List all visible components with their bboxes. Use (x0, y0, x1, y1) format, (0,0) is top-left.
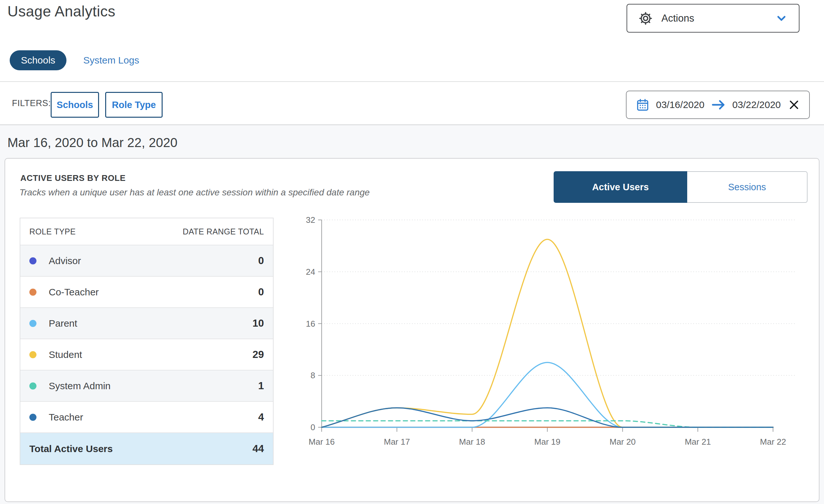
parent-dot (29, 320, 36, 327)
advisor-dot (29, 257, 36, 264)
teacher-dot (29, 414, 36, 421)
gear-icon (638, 11, 653, 26)
toggle-sessions[interactable]: Sessions (687, 171, 808, 203)
filter-schools-button[interactable]: Schools (50, 92, 99, 118)
tab-system-logs[interactable]: System Logs (83, 50, 139, 70)
table-row-advisor: Advisor 0 (20, 245, 273, 276)
row-label: Parent (49, 318, 77, 329)
student-dot (29, 351, 36, 358)
row-label: Teacher (49, 412, 83, 423)
table-row-co-teacher: Co-Teacher 0 (20, 276, 273, 307)
row-value: 1 (258, 380, 264, 392)
active-users-chart: 08162432Mar 16Mar 17Mar 18Mar 19Mar 20Ma… (303, 213, 802, 448)
table-row-teacher: Teacher 4 (20, 401, 273, 432)
table-row-student: Student 29 (20, 339, 273, 370)
table-row-total: Total Active Users 44 (20, 432, 273, 464)
card-subtitle: Tracks when a unique user has at least o… (19, 187, 370, 198)
clear-date-range-icon[interactable] (788, 99, 800, 111)
row-label: System Admin (49, 380, 111, 391)
y-tick-label-32: 32 (306, 215, 315, 225)
calendar-icon (636, 98, 650, 112)
date-range-heading: Mar 16, 2020 to Mar 22, 2020 (7, 135, 178, 150)
row-label: Student (49, 349, 82, 360)
row-value: 4 (258, 411, 264, 423)
toggle-active-users-label: Active Users (592, 182, 649, 193)
chevron-down-icon (775, 12, 788, 25)
x-tick-label-2: Mar 18 (459, 437, 485, 447)
y-tick-label-0: 0 (311, 422, 315, 432)
y-tick-label-24: 24 (306, 267, 315, 277)
series-parent (322, 362, 773, 427)
series-teacher (322, 408, 773, 427)
row-label: Advisor (49, 255, 81, 266)
card-title: ACTIVE USERS BY ROLE (20, 173, 125, 183)
x-tick-label-3: Mar 19 (534, 437, 560, 447)
actions-button-label: Actions (661, 13, 694, 24)
system-admin-dot (29, 382, 36, 389)
row-value: 0 (258, 286, 264, 298)
y-tick-label-16: 16 (306, 319, 315, 329)
toggle-active-users[interactable]: Active Users (554, 171, 687, 203)
row-label: Co-Teacher (49, 287, 99, 298)
co-teacher-dot (29, 289, 36, 296)
total-label: Total Active Users (29, 444, 113, 454)
series-student (322, 239, 773, 427)
usage-analytics-page: Usage Analytics Actions Schools System L… (0, 0, 824, 504)
series-system-admin (322, 421, 773, 427)
role-table-header: ROLE TYPE DATE RANGE TOTAL (20, 218, 273, 245)
tab-schools[interactable]: Schools (10, 50, 67, 70)
filter-role-type-label: Role Type (112, 100, 156, 110)
filters-label: FILTERS: (12, 82, 51, 124)
date-start: 03/16/2020 (656, 99, 704, 110)
total-value: 44 (252, 443, 264, 455)
x-tick-label-6: Mar 22 (760, 437, 786, 447)
row-value: 10 (252, 317, 264, 329)
column-date-range-total: DATE RANGE TOTAL (183, 227, 264, 236)
role-table: ROLE TYPE DATE RANGE TOTAL Advisor 0 Co-… (20, 218, 274, 465)
tab-system-logs-label: System Logs (83, 55, 139, 66)
page-title: Usage Analytics (7, 3, 115, 20)
chart-svg: 08162432Mar 16Mar 17Mar 18Mar 19Mar 20Ma… (303, 213, 802, 448)
toggle-sessions-label: Sessions (728, 182, 766, 193)
x-tick-label-5: Mar 21 (685, 437, 711, 447)
x-tick-label-4: Mar 20 (609, 437, 636, 447)
row-value: 0 (258, 255, 264, 267)
actions-button[interactable]: Actions (627, 4, 800, 32)
filter-role-type-button[interactable]: Role Type (105, 92, 163, 118)
row-value: 29 (252, 349, 264, 361)
column-role-type: ROLE TYPE (29, 227, 76, 236)
table-row-system-admin: System Admin 1 (20, 370, 273, 401)
table-row-parent: Parent 10 (20, 307, 273, 339)
x-tick-label-0: Mar 16 (309, 437, 335, 447)
x-tick-label-1: Mar 17 (384, 437, 410, 447)
tab-schools-label: Schools (21, 55, 56, 66)
arrow-right-icon (711, 98, 726, 111)
date-end: 03/22/2020 (732, 99, 781, 110)
date-range-picker[interactable]: 03/16/2020 03/22/2020 (626, 91, 810, 119)
view-toggle: Active Users Sessions (554, 171, 808, 203)
y-tick-label-8: 8 (311, 371, 315, 380)
filter-schools-label: Schools (57, 100, 93, 110)
